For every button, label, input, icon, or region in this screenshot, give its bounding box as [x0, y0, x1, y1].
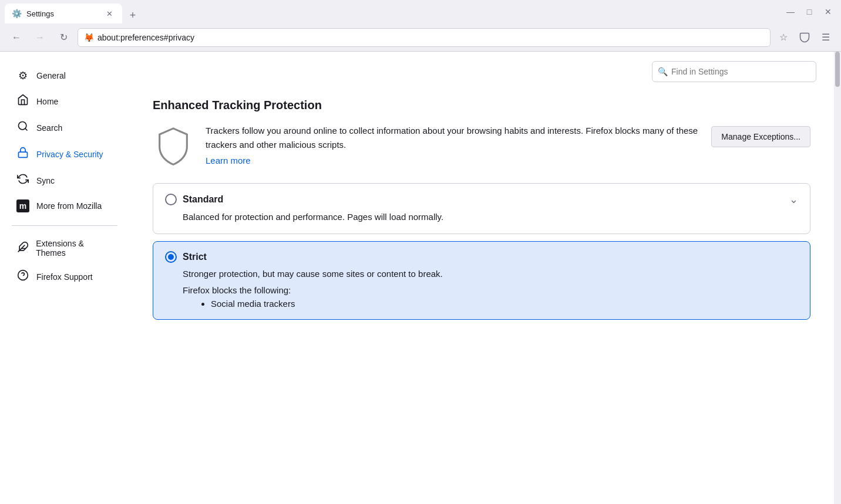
sidebar-item-general[interactable]: ⚙ General	[5, 63, 125, 88]
tab-bar: ⚙️ Settings ✕ +	[5, 0, 778, 23]
main-content: ⚙ General Home	[0, 52, 841, 504]
minimize-button[interactable]: —	[782, 4, 799, 20]
navigation-bar: ← → ↻ 🦊 about:preferences#privacy ☆ ☰	[0, 23, 841, 52]
find-wrapper: 🔍	[652, 61, 816, 82]
sidebar-general-label: General	[36, 71, 66, 80]
tab-close-button[interactable]: ✕	[103, 8, 115, 19]
sidebar-home-label: Home	[36, 97, 58, 106]
standard-option-card[interactable]: Standard ⌄ Balanced for protection and p…	[153, 183, 810, 234]
privacy-lock-icon	[16, 147, 29, 161]
strict-option-desc: Stronger protection, but may cause some …	[183, 268, 798, 281]
sync-icon	[16, 173, 29, 188]
sidebar-extensions-label: Extensions & Themes	[36, 239, 113, 258]
firefox-logo-icon: 🦊	[84, 33, 94, 42]
svg-line-1	[25, 128, 28, 131]
strict-blocks-list: Social media trackers	[211, 299, 798, 309]
toolbar-right: ☆ ☰	[775, 29, 834, 46]
learn-more-link[interactable]: Learn more	[206, 155, 251, 165]
standard-radio[interactable]	[165, 194, 177, 205]
forward-button[interactable]: →	[31, 28, 49, 47]
strict-option-card[interactable]: Strict Stronger protection, but may caus…	[153, 241, 810, 320]
settings-content: 🔍 Enhanced Tracking Protection Trackers …	[129, 52, 834, 504]
etp-text: Trackers follow you around online to col…	[206, 124, 699, 165]
strict-option-header: Strict	[165, 251, 798, 263]
strict-blocks-label: Firefox blocks the following:	[183, 285, 798, 295]
scrollbar-thumb	[835, 52, 840, 87]
standard-expand-icon[interactable]: ⌄	[789, 193, 798, 206]
sidebar-item-extensions[interactable]: Extensions & Themes	[5, 233, 125, 263]
etp-description: Trackers follow you around online to col…	[206, 124, 699, 152]
standard-option-header: Standard ⌄	[165, 193, 798, 206]
browser-window: ⚙️ Settings ✕ + — □ ✕ ← → ↻ 🦊 about:pref…	[0, 0, 841, 504]
home-icon	[16, 94, 29, 109]
shield-icon-wrap	[153, 126, 194, 169]
window-controls: — □ ✕	[782, 4, 836, 20]
sidebar-privacy-label: Privacy & Security	[36, 150, 103, 159]
sidebar-sync-label: Sync	[36, 176, 55, 185]
sidebar-search-label: Search	[36, 123, 62, 133]
strict-radio[interactable]	[165, 251, 177, 263]
new-tab-button[interactable]: +	[125, 7, 141, 23]
strict-radio-dot	[168, 254, 174, 260]
extensions-icon	[16, 241, 29, 256]
sidebar-item-mozilla[interactable]: m More from Mozilla	[5, 194, 125, 218]
standard-option-desc: Balanced for protection and performance.…	[183, 211, 798, 224]
section-title: Enhanced Tracking Protection	[153, 99, 810, 112]
sidebar-item-sync[interactable]: Sync	[5, 167, 125, 194]
sidebar-item-support[interactable]: Firefox Support	[5, 263, 125, 290]
search-icon	[16, 120, 29, 135]
sidebar-divider	[12, 225, 117, 226]
svg-point-0	[19, 122, 26, 130]
reload-button[interactable]: ↻	[54, 28, 73, 47]
strict-list-item-social: Social media trackers	[211, 299, 798, 309]
manage-exceptions-button[interactable]: Manage Exceptions...	[711, 126, 810, 147]
mozilla-icon: m	[16, 199, 29, 212]
scrollbar[interactable]	[834, 52, 841, 504]
general-icon: ⚙	[16, 69, 29, 82]
maximize-button[interactable]: □	[801, 4, 818, 20]
tab-settings-icon: ⚙️	[12, 9, 22, 18]
menu-button[interactable]: ☰	[818, 29, 834, 46]
active-tab[interactable]: ⚙️ Settings ✕	[5, 4, 122, 23]
sidebar-item-privacy[interactable]: Privacy & Security	[5, 141, 125, 167]
support-icon	[16, 269, 29, 284]
etp-card: Trackers follow you around online to col…	[153, 124, 810, 169]
back-button[interactable]: ←	[7, 28, 26, 47]
sidebar-item-home[interactable]: Home	[5, 88, 125, 114]
find-input[interactable]	[652, 61, 816, 82]
address-text: about:preferences#privacy	[97, 33, 764, 42]
sidebar: ⚙ General Home	[0, 52, 129, 504]
close-button[interactable]: ✕	[820, 4, 836, 20]
sidebar-mozilla-label: More from Mozilla	[36, 201, 102, 211]
sidebar-item-search[interactable]: Search	[5, 114, 125, 141]
strict-option-title: Strict	[183, 252, 207, 262]
pocket-icon[interactable]	[796, 29, 813, 46]
shield-icon	[153, 126, 194, 167]
address-bar[interactable]: 🦊 about:preferences#privacy	[78, 28, 771, 47]
find-search-icon: 🔍	[658, 67, 668, 76]
standard-option-title: Standard	[183, 194, 223, 205]
bookmark-star-icon[interactable]: ☆	[775, 29, 792, 46]
title-bar: ⚙️ Settings ✕ + — □ ✕	[0, 0, 841, 23]
sidebar-support-label: Firefox Support	[36, 272, 93, 282]
find-bar: 🔍	[652, 61, 816, 82]
strict-option-details: Firefox blocks the following: Social med…	[183, 285, 798, 309]
svg-rect-2	[19, 152, 28, 157]
tab-settings-title: Settings	[26, 9, 99, 18]
